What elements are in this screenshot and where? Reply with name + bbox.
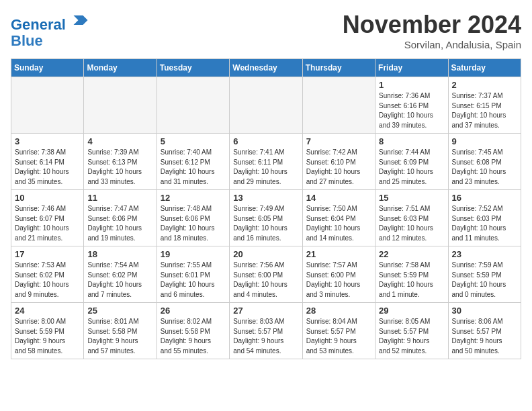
- calendar-cell: 15Sunrise: 7:51 AM Sunset: 6:03 PM Dayli…: [375, 190, 448, 246]
- day-number: 14: [306, 193, 371, 203]
- day-number: 30: [452, 306, 517, 316]
- calendar-cell: 8Sunrise: 7:44 AM Sunset: 6:09 PM Daylig…: [375, 134, 448, 190]
- week-row-4: 17Sunrise: 7:53 AM Sunset: 6:02 PM Dayli…: [11, 246, 521, 303]
- logo-text: General Blue: [11, 11, 90, 49]
- calendar-cell: 9Sunrise: 7:45 AM Sunset: 6:08 PM Daylig…: [448, 134, 521, 190]
- day-info: Sunrise: 7:37 AM Sunset: 6:15 PM Dayligh…: [452, 91, 517, 130]
- week-row-3: 10Sunrise: 7:46 AM Sunset: 6:07 PM Dayli…: [11, 190, 521, 246]
- day-number: 8: [379, 136, 444, 146]
- day-info: Sunrise: 7:40 AM Sunset: 6:12 PM Dayligh…: [161, 148, 226, 187]
- calendar-cell: [302, 77, 375, 134]
- day-info: Sunrise: 7:42 AM Sunset: 6:10 PM Dayligh…: [306, 148, 371, 187]
- calendar-cell: 12Sunrise: 7:48 AM Sunset: 6:06 PM Dayli…: [157, 190, 229, 246]
- day-number: 6: [233, 136, 298, 146]
- weekday-header-saturday: Saturday: [448, 59, 521, 77]
- calendar-cell: 14Sunrise: 7:50 AM Sunset: 6:04 PM Dayli…: [302, 190, 375, 246]
- calendar-cell: 25Sunrise: 8:01 AM Sunset: 5:58 PM Dayli…: [84, 303, 157, 359]
- day-info: Sunrise: 7:44 AM Sunset: 6:09 PM Dayligh…: [379, 148, 444, 187]
- weekday-header-wednesday: Wednesday: [230, 59, 302, 77]
- day-number: 15: [379, 193, 444, 203]
- day-info: Sunrise: 8:03 AM Sunset: 5:57 PM Dayligh…: [233, 317, 298, 356]
- day-number: 2: [452, 80, 517, 90]
- day-info: Sunrise: 7:57 AM Sunset: 6:00 PM Dayligh…: [306, 261, 371, 300]
- day-info: Sunrise: 7:39 AM Sunset: 6:13 PM Dayligh…: [87, 148, 152, 187]
- week-row-5: 24Sunrise: 8:00 AM Sunset: 5:59 PM Dayli…: [11, 303, 521, 359]
- day-info: Sunrise: 7:59 AM Sunset: 5:59 PM Dayligh…: [452, 261, 517, 300]
- calendar-cell: 17Sunrise: 7:53 AM Sunset: 6:02 PM Dayli…: [11, 246, 84, 303]
- day-number: 3: [15, 136, 80, 146]
- day-info: Sunrise: 7:36 AM Sunset: 6:16 PM Dayligh…: [379, 91, 444, 130]
- day-number: 5: [161, 136, 226, 146]
- day-number: 29: [379, 306, 444, 316]
- week-row-1: 1Sunrise: 7:36 AM Sunset: 6:16 PM Daylig…: [11, 77, 521, 134]
- day-number: 24: [15, 306, 80, 316]
- day-info: Sunrise: 7:49 AM Sunset: 6:05 PM Dayligh…: [233, 204, 298, 243]
- calendar-cell: 28Sunrise: 8:04 AM Sunset: 5:57 PM Dayli…: [302, 303, 375, 359]
- day-info: Sunrise: 7:52 AM Sunset: 6:03 PM Dayligh…: [452, 204, 517, 243]
- day-info: Sunrise: 8:04 AM Sunset: 5:57 PM Dayligh…: [306, 317, 371, 356]
- weekday-header-sunday: Sunday: [11, 59, 84, 77]
- calendar-table: SundayMondayTuesdayWednesdayThursdayFrid…: [11, 58, 521, 359]
- weekday-header-row: SundayMondayTuesdayWednesdayThursdayFrid…: [11, 59, 521, 77]
- calendar-cell: [84, 77, 157, 134]
- weekday-header-friday: Friday: [375, 59, 448, 77]
- calendar-cell: 22Sunrise: 7:58 AM Sunset: 5:59 PM Dayli…: [375, 246, 448, 303]
- month-title: November 2024: [343, 11, 521, 39]
- week-row-2: 3Sunrise: 7:38 AM Sunset: 6:14 PM Daylig…: [11, 134, 521, 190]
- day-number: 27: [233, 306, 298, 316]
- day-info: Sunrise: 7:53 AM Sunset: 6:02 PM Dayligh…: [15, 261, 80, 300]
- calendar-cell: 13Sunrise: 7:49 AM Sunset: 6:05 PM Dayli…: [230, 190, 302, 246]
- day-info: Sunrise: 7:51 AM Sunset: 6:03 PM Dayligh…: [379, 204, 444, 243]
- day-info: Sunrise: 7:58 AM Sunset: 5:59 PM Dayligh…: [379, 261, 444, 300]
- calendar-cell: 21Sunrise: 7:57 AM Sunset: 6:00 PM Dayli…: [302, 246, 375, 303]
- title-block: November 2024 Sorvilan, Andalusia, Spain: [343, 11, 521, 50]
- calendar-cell: 19Sunrise: 7:55 AM Sunset: 6:01 PM Dayli…: [157, 246, 229, 303]
- calendar-cell: [157, 77, 229, 134]
- calendar-cell: 5Sunrise: 7:40 AM Sunset: 6:12 PM Daylig…: [157, 134, 229, 190]
- calendar-cell: 7Sunrise: 7:42 AM Sunset: 6:10 PM Daylig…: [302, 134, 375, 190]
- day-info: Sunrise: 8:02 AM Sunset: 5:58 PM Dayligh…: [161, 317, 226, 356]
- calendar-cell: 29Sunrise: 8:05 AM Sunset: 5:57 PM Dayli…: [375, 303, 448, 359]
- day-number: 23: [452, 249, 517, 259]
- day-number: 11: [87, 193, 152, 203]
- day-number: 17: [15, 249, 80, 259]
- day-info: Sunrise: 7:56 AM Sunset: 6:00 PM Dayligh…: [233, 261, 298, 300]
- calendar-cell: 23Sunrise: 7:59 AM Sunset: 5:59 PM Dayli…: [448, 246, 521, 303]
- day-number: 4: [87, 136, 152, 146]
- day-number: 1: [379, 80, 444, 90]
- logo-blue: Blue: [11, 32, 43, 49]
- day-number: 12: [161, 193, 226, 203]
- calendar-cell: 16Sunrise: 7:52 AM Sunset: 6:03 PM Dayli…: [448, 190, 521, 246]
- day-number: 22: [379, 249, 444, 259]
- day-info: Sunrise: 7:46 AM Sunset: 6:07 PM Dayligh…: [15, 204, 80, 243]
- calendar-cell: 10Sunrise: 7:46 AM Sunset: 6:07 PM Dayli…: [11, 190, 84, 246]
- weekday-header-monday: Monday: [84, 59, 157, 77]
- day-number: 20: [233, 249, 298, 259]
- day-number: 16: [452, 193, 517, 203]
- logo: General Blue: [11, 11, 90, 49]
- calendar-cell: 3Sunrise: 7:38 AM Sunset: 6:14 PM Daylig…: [11, 134, 84, 190]
- day-number: 19: [161, 249, 226, 259]
- calendar-cell: 24Sunrise: 8:00 AM Sunset: 5:59 PM Dayli…: [11, 303, 84, 359]
- day-info: Sunrise: 8:05 AM Sunset: 5:57 PM Dayligh…: [379, 317, 444, 356]
- calendar-cell: 18Sunrise: 7:54 AM Sunset: 6:02 PM Dayli…: [84, 246, 157, 303]
- calendar-cell: [230, 77, 302, 134]
- day-number: 18: [87, 249, 152, 259]
- calendar-cell: 11Sunrise: 7:47 AM Sunset: 6:06 PM Dayli…: [84, 190, 157, 246]
- day-info: Sunrise: 8:06 AM Sunset: 5:57 PM Dayligh…: [452, 317, 517, 356]
- svg-marker-0: [74, 15, 88, 25]
- day-info: Sunrise: 7:38 AM Sunset: 6:14 PM Dayligh…: [15, 148, 80, 187]
- calendar-cell: 4Sunrise: 7:39 AM Sunset: 6:13 PM Daylig…: [84, 134, 157, 190]
- calendar-cell: 30Sunrise: 8:06 AM Sunset: 5:57 PM Dayli…: [448, 303, 521, 359]
- calendar-cell: 20Sunrise: 7:56 AM Sunset: 6:00 PM Dayli…: [230, 246, 302, 303]
- day-info: Sunrise: 8:00 AM Sunset: 5:59 PM Dayligh…: [15, 317, 80, 356]
- calendar-cell: 1Sunrise: 7:36 AM Sunset: 6:16 PM Daylig…: [375, 77, 448, 134]
- day-number: 21: [306, 249, 371, 259]
- logo-general: General: [11, 16, 66, 33]
- day-number: 9: [452, 136, 517, 146]
- day-number: 26: [161, 306, 226, 316]
- weekday-header-thursday: Thursday: [302, 59, 375, 77]
- day-info: Sunrise: 7:50 AM Sunset: 6:04 PM Dayligh…: [306, 204, 371, 243]
- day-info: Sunrise: 7:41 AM Sunset: 6:11 PM Dayligh…: [233, 148, 298, 187]
- day-number: 28: [306, 306, 371, 316]
